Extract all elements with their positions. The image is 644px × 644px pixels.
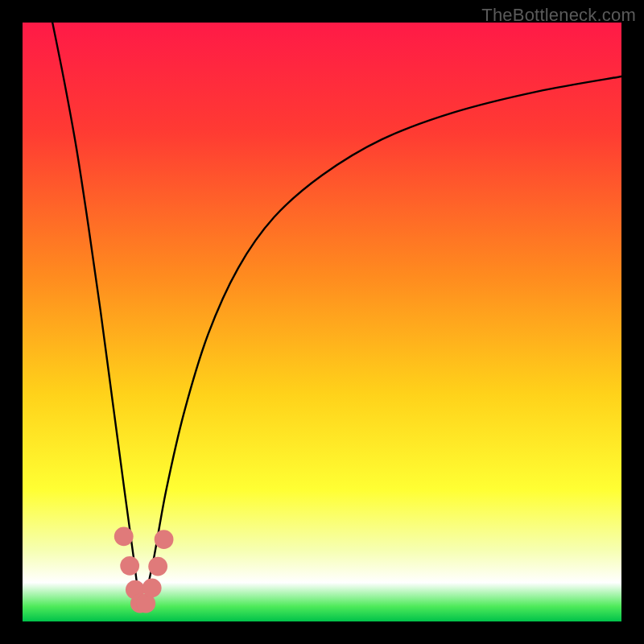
chart-plot-area [23,23,621,621]
dip-marker [114,526,134,546]
dip-marker [142,578,162,597]
chart-frame: TheBottleneck.com [0,0,644,644]
dip-marker [155,530,174,549]
gradient-background [23,23,621,621]
chart-svg [23,23,621,621]
dip-marker [120,556,139,576]
watermark-text: TheBottleneck.com [481,5,636,26]
dip-marker [148,557,167,576]
